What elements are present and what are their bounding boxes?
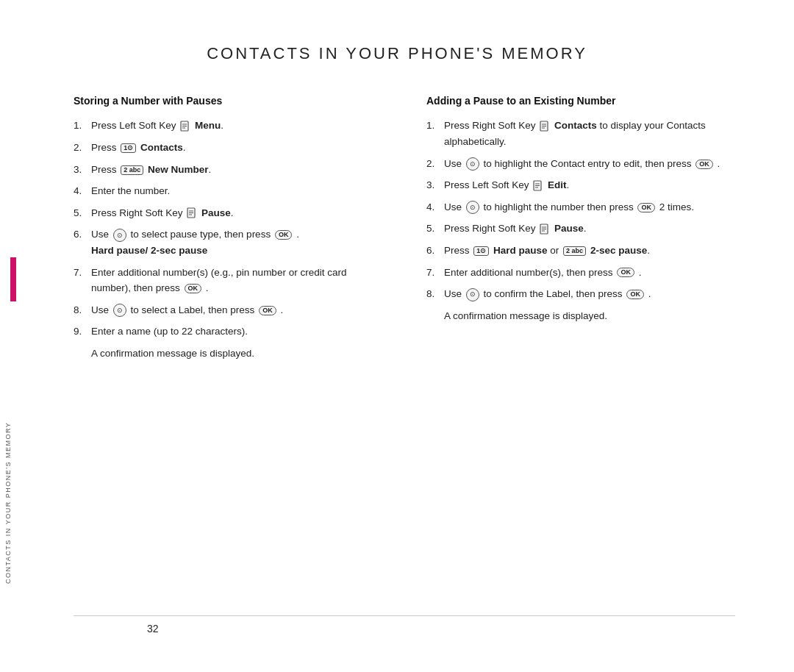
step-content: Press 2 abc New Number. [91,162,382,178]
step-content: Press 1⊙ Contacts. [91,140,382,156]
softkey-icon [533,180,543,192]
step-num: 3. [74,162,91,178]
step-num: 5. [74,205,91,221]
page-title: CONTACTS IN YOUR PHONE'S MEMORY [0,44,794,63]
right-section-title: Adding a Pause to an Existing Number [426,93,735,109]
sidebar-text: CONTACTS IN YOUR PHONE'S MEMORY [4,309,12,584]
key-1-icon: 1⊙ [473,246,489,256]
key-1-icon: 1⊙ [121,143,136,153]
right-note: A confirmation message is displayed. [444,308,735,324]
softkey-icon [187,207,197,219]
nav-icon: ⊙ [466,201,479,214]
step-num: 4. [426,199,444,215]
step-num: 5. [426,221,444,237]
step-num: 3. [426,177,444,193]
ok-icon: OK [275,230,293,240]
step-left-7: 7. Enter additional number(s) (e.g., pin… [74,265,382,296]
step-num: 6. [74,226,91,243]
step-num: 7. [74,265,91,281]
content-area: Storing a Number with Pauses 1. Press Le… [0,93,794,615]
step-right-3: 3. Press Left Soft Key Edit. [426,177,735,193]
softkey-icon [180,121,190,132]
step-num: 4. [74,183,91,199]
step-right-1: 1. Press Right Soft Key Contacts to disp… [426,118,735,149]
step-right-4: 4. Use ⊙ to highlight the number then pr… [426,199,735,215]
nav-icon: ⊙ [466,288,479,301]
step-content: Press Left Soft Key Menu. [91,118,382,134]
ok-icon: OK [185,284,202,293]
step-right-6: 6. Press 1⊙ Hard pause or 2 abc 2-sec pa… [426,243,735,259]
ok-icon: OK [695,160,713,169]
right-column: Adding a Pause to an Existing Number 1. … [426,93,735,615]
step-num: 2. [74,140,91,156]
step-num: 9. [74,324,91,340]
step-content: Use ⊙ to confirm the Label, then press O… [444,286,735,302]
step-right-7: 7. Enter additional number(s), then pres… [426,265,735,281]
step-num: 1. [426,118,444,134]
step-left-6: 6. Use ⊙ to select pause type, then pres… [74,226,382,258]
step-content: Use ⊙ to select a Label, then press OK . [91,302,382,318]
step-num: 2. [426,156,444,172]
step-content: Use ⊙ to highlight the Contact entry to … [444,156,735,172]
step-left-4: 4. Enter the number. [74,183,382,199]
page-number: 32 [147,623,159,635]
softkey-icon [540,121,550,132]
ok-icon: OK [259,306,276,315]
step-content: Use ⊙ to highlight the number then press… [444,199,735,215]
step-content: Use ⊙ to select pause type, then press O… [91,226,382,258]
step-content: Press Right Soft Key Pause. [91,205,382,221]
left-section-title: Storing a Number with Pauses [74,93,382,109]
step-content: Enter additional number(s), then press O… [444,265,735,281]
step-num: 7. [426,265,444,281]
step-num: 1. [74,118,91,134]
step-right-5: 5. Press Right Soft Key Pause. [426,221,735,237]
step-content: Enter additional number(s) (e.g., pin nu… [91,265,382,296]
step-left-5: 5. Press Right Soft Key Pause. [74,205,382,221]
nav-icon: ⊙ [113,304,126,317]
left-column: Storing a Number with Pauses 1. Press Le… [74,93,382,615]
ok-icon: OK [626,290,644,299]
softkey-icon [540,224,550,235]
step-content: Enter the number. [91,183,382,199]
left-note: A confirmation message is displayed. [91,346,382,362]
step-content: Press Right Soft Key Pause. [444,221,735,237]
step-right-8: 8. Use ⊙ to confirm the Label, then pres… [426,286,735,302]
ok-icon: OK [637,203,655,212]
nav-icon: ⊙ [113,229,126,242]
sidebar-bar [10,257,16,301]
step-content: Press 1⊙ Hard pause or 2 abc 2-sec pause… [444,243,735,259]
step-left-9: 9. Enter a name (up to 22 characters). [74,324,382,340]
step-right-2: 2. Use ⊙ to highlight the Contact entry … [426,156,735,172]
key-2abc-icon: 2 abc [563,246,586,256]
step-left-3: 3. Press 2 abc New Number. [74,162,382,178]
step-num: 8. [74,302,91,318]
step-content: Enter a name (up to 22 characters). [91,324,382,340]
ok-icon: OK [617,268,634,277]
step-num: 8. [426,286,444,302]
key-2abc-icon: 2 abc [121,165,143,175]
step-left-8: 8. Use ⊙ to select a Label, then press O… [74,302,382,318]
nav-icon: ⊙ [466,157,479,171]
page: CONTACTS IN YOUR PHONE'S MEMORY CONTACTS… [0,0,794,672]
step-num: 6. [426,243,444,259]
step-content: Press Left Soft Key Edit. [444,177,735,193]
step-left-1: 1. Press Left Soft Key Menu. [74,118,382,134]
step-content: Press Right Soft Key Contacts to display… [444,118,735,149]
page-footer: 32 [74,615,735,657]
step-left-2: 2. Press 1⊙ Contacts. [74,140,382,156]
